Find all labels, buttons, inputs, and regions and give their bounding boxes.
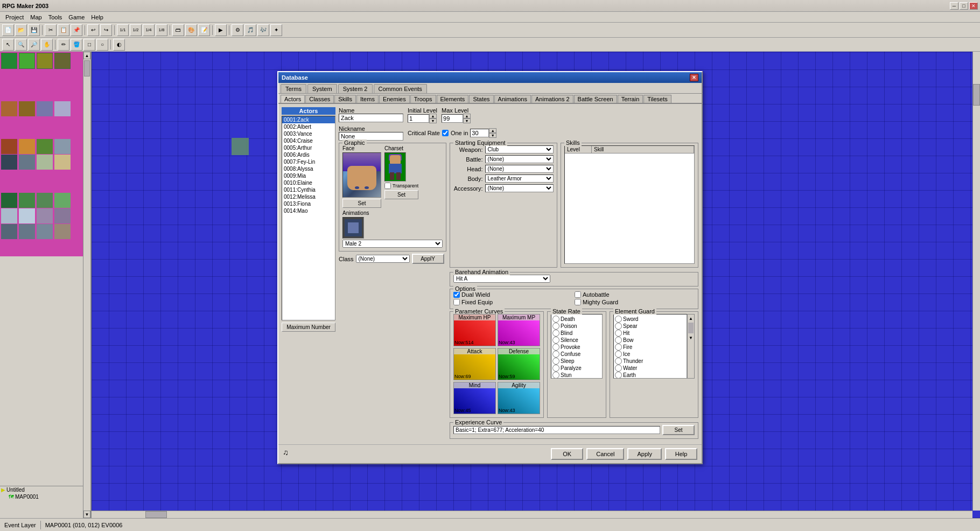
head-select[interactable]: (None) xyxy=(485,165,554,173)
zoom2-btn[interactable]: 1/2 xyxy=(130,24,142,36)
critical-up[interactable]: ▲ xyxy=(489,128,496,133)
elem-spear-radio[interactable] xyxy=(615,323,622,330)
copy-btn[interactable]: 📋 xyxy=(58,24,69,36)
elem-sword-radio[interactable] xyxy=(615,316,622,323)
elem-ice-radio[interactable] xyxy=(615,351,622,358)
pan-btn[interactable]: ✋ xyxy=(41,39,53,51)
actor-item-craise[interactable]: 0004:Craise xyxy=(282,137,335,144)
tab-system[interactable]: System xyxy=(307,84,337,93)
elem-bow-radio[interactable] xyxy=(615,337,622,344)
state-poison-radio[interactable] xyxy=(552,323,559,330)
open-btn[interactable]: 📂 xyxy=(15,24,27,36)
select-btn[interactable]: ↖ xyxy=(2,39,14,51)
zoom-in-btn[interactable]: 🔍 xyxy=(15,39,27,51)
state-provoke-radio[interactable] xyxy=(552,344,559,351)
mighty-guard-checkbox[interactable] xyxy=(575,299,581,305)
accessory-select[interactable]: (None) xyxy=(485,184,554,192)
apply-class-button[interactable]: ApplY xyxy=(412,254,444,264)
zoom1-btn[interactable]: 1/1 xyxy=(117,24,129,36)
actor-item-mia[interactable]: 0009:Mia xyxy=(282,172,335,179)
initial-level-up[interactable]: ▲ xyxy=(429,114,437,118)
tab-battle-screen[interactable]: Battle Screen xyxy=(574,95,617,103)
actor-item-cynthia[interactable]: 0011:Cynthia xyxy=(282,186,335,193)
zoom4-btn[interactable]: 1/8 xyxy=(156,24,167,36)
actor-item-arthur[interactable]: 0005:Arthur xyxy=(282,144,335,151)
critical-down[interactable]: ▼ xyxy=(489,133,496,138)
battle-select[interactable]: (None) xyxy=(485,155,554,163)
event-btn[interactable]: ⚙ xyxy=(232,24,243,36)
charset-set-button[interactable]: Set xyxy=(384,190,418,199)
skills-list[interactable]: Level Skill xyxy=(564,145,695,264)
maximize-button[interactable]: □ xyxy=(960,2,968,10)
tab-tilesets[interactable]: Tilesets xyxy=(643,95,671,103)
actor-item-fiona[interactable]: 0013:Fiona xyxy=(282,200,335,207)
element-guard-list[interactable]: Sword Spear Hit Bow Fire Ice Thunder Wat… xyxy=(613,314,687,379)
initial-level-down[interactable]: ▼ xyxy=(429,118,437,123)
actor-item-alyssa[interactable]: 0008:Alyssa xyxy=(282,165,335,172)
actor-item-melissa[interactable]: 0012:Melissa xyxy=(282,193,335,200)
dialog-close-button[interactable]: ✕ xyxy=(690,74,698,81)
special-btn[interactable]: ✦ xyxy=(270,24,282,36)
actors-list[interactable]: 0001:Zack 0002:Albert 0003:Vance 0004:Cr… xyxy=(282,116,335,320)
music-btn[interactable]: 🎶 xyxy=(257,24,269,36)
actor-item-ardis[interactable]: 0006:Ardis xyxy=(282,151,335,158)
state-death-radio[interactable] xyxy=(552,316,559,323)
paste-btn[interactable]: 📌 xyxy=(71,24,82,36)
weapon-select[interactable]: Club xyxy=(485,145,554,153)
tab-states[interactable]: States xyxy=(469,95,493,103)
fill-btn[interactable]: 🪣 xyxy=(71,39,82,51)
material-btn[interactable]: 🎨 xyxy=(185,24,197,36)
state-confuse-radio[interactable] xyxy=(552,351,559,358)
zoom3-btn[interactable]: 1/4 xyxy=(143,24,155,36)
experience-set-button[interactable]: Set xyxy=(662,425,695,435)
transparent-checkbox[interactable] xyxy=(384,183,391,189)
save-btn[interactable]: 💾 xyxy=(28,24,40,36)
elem-fire-radio[interactable] xyxy=(615,344,622,351)
tab-system2[interactable]: System 2 xyxy=(338,84,373,93)
actor-item-mao[interactable]: 0014:Mao xyxy=(282,207,335,214)
max-level-up[interactable]: ▲ xyxy=(463,114,471,118)
zoom-out-btn[interactable]: 🔎 xyxy=(28,39,40,51)
tab-classes[interactable]: Classes xyxy=(305,95,334,103)
shadow-btn[interactable]: ◐ xyxy=(113,39,125,51)
barehand-select[interactable]: Hit A xyxy=(453,275,550,283)
name-input[interactable] xyxy=(339,114,403,122)
tab-animations[interactable]: Animations xyxy=(494,95,531,103)
element-scrollbar[interactable]: ▲ ▼ xyxy=(687,314,695,379)
close-app-button[interactable]: ✕ xyxy=(969,2,978,10)
animation-select[interactable]: Male 2 xyxy=(342,240,443,248)
critical-rate-checkbox[interactable] xyxy=(442,130,449,136)
actor-item-albert[interactable]: 0002:Albert xyxy=(282,123,335,130)
menu-game[interactable]: Game xyxy=(65,13,88,22)
state-sleep-radio[interactable] xyxy=(552,358,559,365)
elem-earth-radio[interactable] xyxy=(615,372,622,379)
critical-value-input[interactable] xyxy=(470,129,489,137)
dual-wield-checkbox[interactable] xyxy=(453,291,460,298)
actor-item-zack[interactable]: 0001:Zack xyxy=(282,116,335,123)
menu-help[interactable]: Help xyxy=(88,13,107,22)
tab-items[interactable]: Items xyxy=(356,95,379,103)
state-stun-radio[interactable] xyxy=(552,372,559,379)
initial-level-input[interactable] xyxy=(408,114,429,123)
ellipse-btn[interactable]: ○ xyxy=(96,39,108,51)
actor-item-vance[interactable]: 0003:Vance xyxy=(282,130,335,137)
fixed-equip-checkbox[interactable] xyxy=(453,299,460,305)
minimize-button[interactable]: ─ xyxy=(950,2,958,10)
state-paralyze-radio[interactable] xyxy=(552,365,559,372)
map-vscroll[interactable] xyxy=(972,52,980,511)
tree-map[interactable]: 🗺 MAP0001 xyxy=(0,493,83,500)
elem-hit-radio[interactable] xyxy=(615,330,622,337)
elem-water-radio[interactable] xyxy=(615,365,622,372)
elem-thunder-radio[interactable] xyxy=(615,358,622,365)
rect-btn[interactable]: □ xyxy=(83,39,95,51)
max-number-button[interactable]: Maximum Number xyxy=(282,323,335,332)
play-btn[interactable]: ▶ xyxy=(215,24,227,36)
pencil-btn[interactable]: ✏ xyxy=(58,39,69,51)
face-set-button[interactable]: Set xyxy=(342,199,381,208)
new-btn[interactable]: 📄 xyxy=(2,24,14,36)
autobattle-checkbox[interactable] xyxy=(575,291,581,298)
ok-button[interactable]: OK xyxy=(551,448,583,460)
tab-common-events[interactable]: Common Events xyxy=(374,84,427,93)
db-btn[interactable]: 🗃 xyxy=(172,24,184,36)
menu-project[interactable]: Project xyxy=(2,13,27,22)
